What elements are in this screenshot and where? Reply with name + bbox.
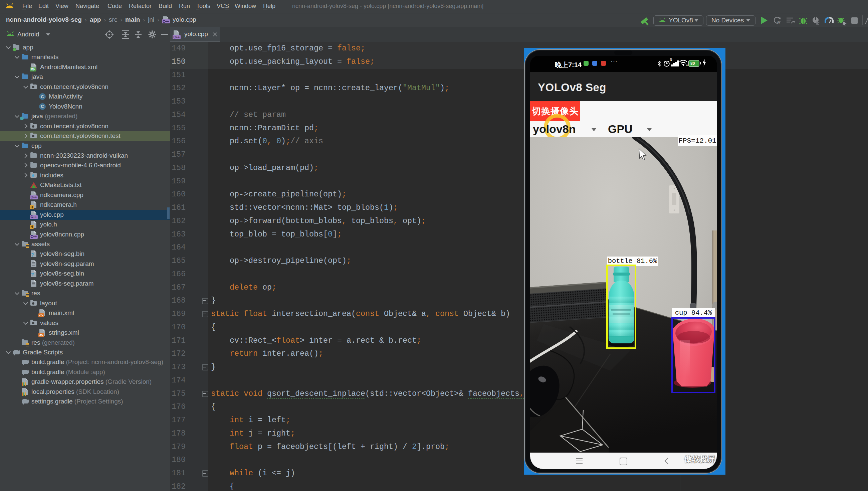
- svg-text:6: 6: [686, 64, 688, 66]
- svg-text:A: A: [777, 20, 779, 24]
